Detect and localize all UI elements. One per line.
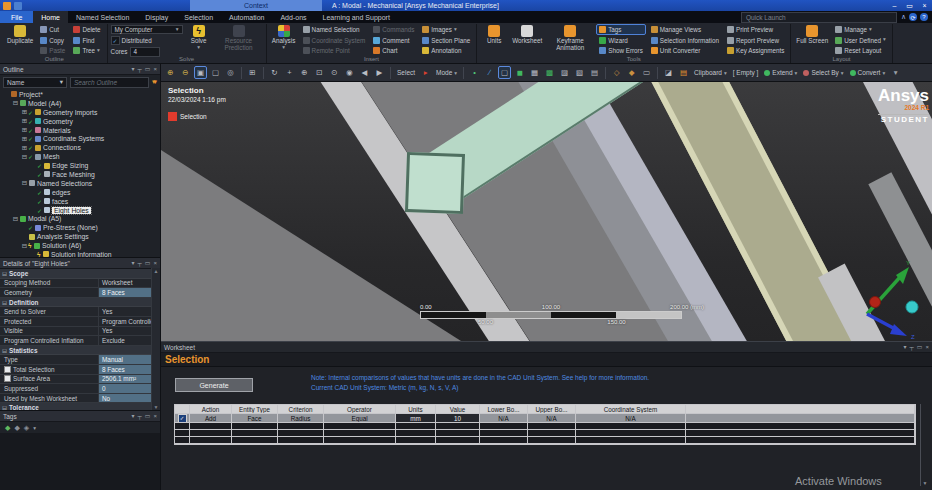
cell-entity-type[interactable]: Face xyxy=(232,414,278,423)
user-defined-button[interactable]: User Defined▾ xyxy=(832,35,889,46)
body-filter-icon[interactable]: ◼ xyxy=(513,66,526,79)
details-value-send-to-solver[interactable]: Yes xyxy=(99,307,152,316)
geometry-viewport[interactable]: Selection 22/03/2024 1:16 pm Selection A… xyxy=(161,82,932,341)
close-panel-icon[interactable] xyxy=(153,64,157,74)
chart-button[interactable]: Chart xyxy=(370,45,417,56)
convert-dropdown[interactable]: Convert▾ xyxy=(848,69,888,76)
zoom-fit-icon[interactable]: ▢ xyxy=(209,66,222,79)
tree-item-solution-information[interactable]: ϟSolution Information xyxy=(0,250,160,257)
expand-collapse-icon[interactable]: ▾▾ xyxy=(152,78,157,86)
close-button[interactable]: × xyxy=(917,0,932,11)
key-assignments-button[interactable]: Key Assignments xyxy=(724,45,787,56)
extend-dropdown[interactable]: Extend▾ xyxy=(762,69,799,76)
menu-tab-automation[interactable]: Automation xyxy=(221,11,272,23)
details-value-protected[interactable]: Program Controlled xyxy=(99,317,152,326)
details-section-statistics[interactable]: ⊟Statistics xyxy=(0,346,152,356)
column-header-value[interactable]: Value xyxy=(436,405,480,414)
panel-menu-icon[interactable] xyxy=(132,411,135,421)
unit-converter-button[interactable]: Unit Converter xyxy=(648,45,722,56)
details-section-definition[interactable]: ⊟Definition xyxy=(0,298,152,308)
clipboard-icon[interactable]: ▤ xyxy=(677,66,690,79)
tag-options-icon[interactable]: ◈ xyxy=(24,424,29,432)
cell-value[interactable]: 10 xyxy=(436,414,480,423)
annotation-probe-icon[interactable]: ◆ xyxy=(625,66,638,79)
tree-item-project[interactable]: Project* xyxy=(0,90,160,99)
cell-action[interactable]: Add xyxy=(190,414,232,423)
edge-filter-icon[interactable]: ∕ xyxy=(483,66,496,79)
tree-item-face-meshing[interactable]: ✓Face Meshing xyxy=(0,170,160,179)
cell-upper-bo[interactable]: N/A xyxy=(528,414,576,423)
reset-layout-button[interactable]: Reset Layout xyxy=(832,45,889,56)
selection-information-button[interactable]: Selection Information xyxy=(648,35,722,46)
details-section-tolerance[interactable]: ⊟Tolerance xyxy=(0,403,152,410)
select-by-dropdown[interactable]: Select By▾ xyxy=(801,69,845,76)
cell-col-10[interactable] xyxy=(686,414,915,423)
worksheet-scrollbar[interactable]: ▼ xyxy=(920,404,929,486)
zoom-icon[interactable]: ⊕ xyxy=(298,66,311,79)
fit-view-icon[interactable]: ⊙ xyxy=(328,66,341,79)
keyframe-animation-button[interactable]: Keyframe Animation xyxy=(546,24,594,56)
cores-field[interactable]: Cores4 xyxy=(111,47,183,56)
full-screen-button[interactable]: Full Screen xyxy=(794,24,830,56)
checkbox-cell[interactable]: ✓ xyxy=(175,414,190,423)
extend-to-adjacent-icon[interactable]: ▨ xyxy=(558,66,571,79)
maximize-panel-icon[interactable] xyxy=(145,258,151,268)
maximize-panel-icon[interactable] xyxy=(145,411,151,421)
panel-menu-icon[interactable] xyxy=(132,64,135,74)
section-view-icon[interactable]: ◪ xyxy=(662,66,675,79)
units-button[interactable]: Units xyxy=(480,24,508,56)
tree-button[interactable]: Tree▾ xyxy=(70,45,103,56)
tree-item-coordinate-systems[interactable]: ⊞✓Coordinate Systems xyxy=(0,134,160,143)
box-zoom-icon[interactable]: ▣ xyxy=(194,66,207,79)
menu-tab-display[interactable]: Display xyxy=(137,11,176,23)
rotate-icon[interactable]: ↻ xyxy=(268,66,281,79)
context-tab[interactable]: Context xyxy=(190,0,322,11)
tree-item-eight-holes[interactable]: ✓Eight Holes xyxy=(0,206,160,215)
orientation-triad[interactable]: Y Z xyxy=(849,256,929,340)
details-value-program-controlled-inflation[interactable]: Exclude xyxy=(99,336,152,345)
details-value-used-by-mesh-worksheet[interactable]: No xyxy=(99,394,152,403)
tree-item-connections[interactable]: ⊞✓Connections xyxy=(0,143,160,152)
save-icon[interactable] xyxy=(14,2,22,10)
maximize-panel-icon[interactable] xyxy=(145,64,151,74)
delete-button[interactable]: Delete xyxy=(70,24,103,35)
flood-select-icon[interactable]: ▧ xyxy=(573,66,586,79)
find-button[interactable]: Find xyxy=(70,35,103,46)
column-header-criterion[interactable]: Criterion xyxy=(278,405,324,414)
magnifier-icon[interactable]: ◎ xyxy=(224,66,237,79)
manage-views-button[interactable]: Manage Views xyxy=(648,24,722,35)
column-header-lower-bo[interactable]: Lower Bo... xyxy=(480,405,528,414)
zoom-box-icon[interactable]: ⊡ xyxy=(313,66,326,79)
print-preview-button[interactable]: Print Preview xyxy=(724,24,787,35)
details-value-type[interactable]: Manual xyxy=(99,355,152,364)
criteria-row[interactable]: ✓AddFaceRadiusEqualmm10N/AN/AN/A xyxy=(175,414,915,423)
show-errors-button[interactable]: Show Errors xyxy=(596,45,646,56)
column-header-entity-type[interactable]: Entity Type xyxy=(232,405,278,414)
previous-view-icon[interactable]: ◀ xyxy=(358,66,371,79)
solve-button[interactable]: ϟSolve▾ xyxy=(185,24,213,56)
my-computer-select[interactable]: My Computer▾ xyxy=(111,25,183,34)
outline-filter-select[interactable]: Name▾ xyxy=(3,77,67,88)
details-value-geometry[interactable]: 8 Faces xyxy=(99,288,152,297)
details-value-total-selection[interactable]: 8 Faces xyxy=(99,365,152,374)
tree-item-faces[interactable]: ✓faces xyxy=(0,197,160,206)
manage-button[interactable]: Manage▾ xyxy=(832,24,889,35)
menu-tab-learning-and-support[interactable]: Learning and Support xyxy=(315,11,398,23)
column-header-coordinate-system[interactable]: Coordinate System xyxy=(576,405,686,414)
tree-item-solution-a6[interactable]: ⊟ϟSolution (A6) xyxy=(0,241,160,250)
maximize-panel-icon[interactable] xyxy=(917,342,923,352)
menu-tab-file[interactable]: File xyxy=(0,11,33,23)
details-value-suppressed[interactable]: 0 xyxy=(99,384,152,393)
section-plane-button[interactable]: Section Plane xyxy=(419,35,473,46)
help-icon[interactable]: ? xyxy=(920,13,928,21)
tags-menu-caret-icon[interactable]: ▾ xyxy=(33,425,36,431)
menu-tab-selection[interactable]: Selection xyxy=(176,11,221,23)
collapse-ribbon-icon[interactable]: ∧ xyxy=(901,13,906,21)
analysis-button[interactable]: Analysis▾ xyxy=(270,24,298,56)
tree-item-pre-stress-none[interactable]: ✓Pre-Stress (None) xyxy=(0,223,160,232)
sync-icon[interactable]: ⟳ xyxy=(909,13,917,21)
panel-menu-icon[interactable] xyxy=(132,258,135,268)
tree-item-named-selections[interactable]: ⊟Named Selections xyxy=(0,179,160,188)
comment-button[interactable]: Comment xyxy=(370,35,417,46)
row-checkbox[interactable]: ✓ xyxy=(178,414,187,423)
